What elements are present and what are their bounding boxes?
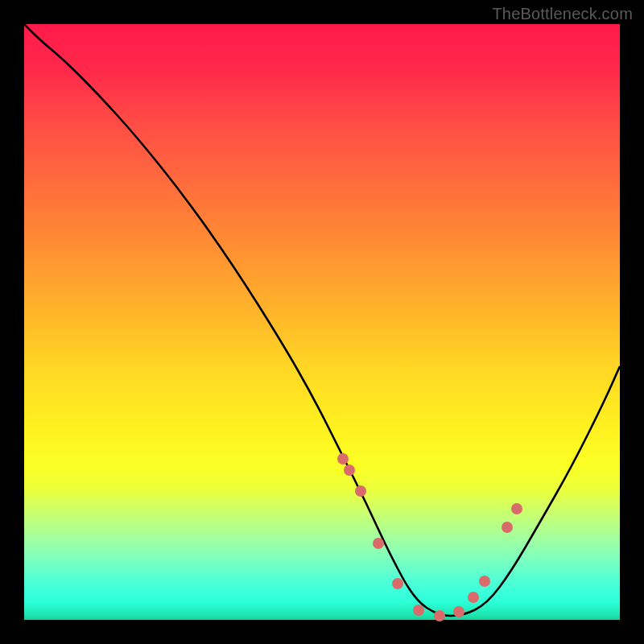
curve-dot	[413, 605, 424, 616]
bottleneck-curve	[24, 24, 620, 616]
plot-area	[24, 24, 620, 620]
chart-frame: TheBottleneck.com	[0, 0, 644, 644]
curve-dot	[344, 464, 355, 476]
curve-dot	[373, 538, 384, 549]
curve-dot	[392, 578, 403, 589]
curve-dot	[434, 610, 445, 621]
curve-dot	[468, 592, 479, 603]
curve-dot	[502, 522, 513, 533]
curve-dot	[355, 485, 366, 497]
curve-svg	[24, 24, 620, 620]
curve-dot	[511, 503, 522, 514]
curve-dots-group	[337, 453, 522, 621]
curve-dot	[337, 453, 349, 464]
attribution-label: TheBottleneck.com	[492, 5, 633, 23]
curve-dot	[453, 606, 464, 617]
curve-dot	[479, 576, 490, 587]
